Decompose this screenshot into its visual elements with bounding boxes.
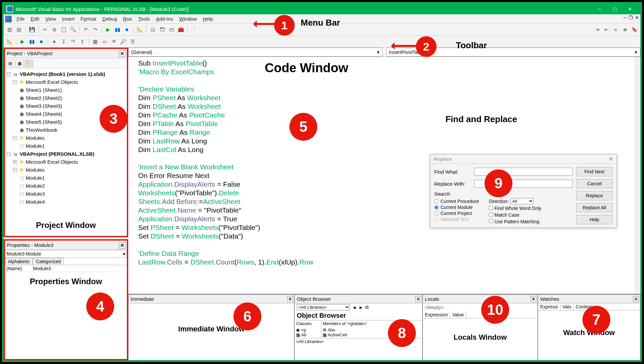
immediate-body[interactable]: Immediate Window xyxy=(129,303,294,360)
find-icon[interactable]: 🔍 xyxy=(69,26,77,34)
view-object-icon[interactable]: ▦ xyxy=(16,60,24,67)
edit-outdent-icon[interactable]: ⇤ xyxy=(602,26,610,34)
radio-current-procedure[interactable] xyxy=(434,199,439,204)
folder-excel-objects-2[interactable]: Microsoft Excel Objects xyxy=(26,158,78,166)
fwd-icon[interactable]: ► xyxy=(359,305,363,310)
replace-button[interactable]: Replace xyxy=(576,191,613,200)
cancel-button[interactable]: Cancel xyxy=(576,179,613,188)
edit-indent-icon[interactable]: ⇥ xyxy=(593,26,601,34)
sheet-item[interactable]: Sheet4 (Sheet4) xyxy=(26,110,62,118)
watch-icon[interactable]: 👁 xyxy=(110,38,118,46)
minimize-button[interactable]: ─ xyxy=(592,4,607,14)
pause-icon[interactable]: ▮▮ xyxy=(28,38,36,46)
mdi-minimize[interactable]: ─ xyxy=(623,15,627,20)
replace-all-button[interactable]: Replace All xyxy=(576,203,613,212)
code-scrollbar[interactable] xyxy=(634,57,640,294)
project-node-personal[interactable]: VBAProject (PERSONAL.XLSB) xyxy=(20,150,94,158)
step-over-icon[interactable]: ↷ xyxy=(69,38,77,46)
folder-modules[interactable]: Modules xyxy=(26,134,45,142)
sheet-item[interactable]: Sheet1 (Sheet1) xyxy=(26,86,62,94)
tab-alphabetic[interactable]: Alphabetic xyxy=(5,258,33,265)
reset-icon[interactable]: ■ xyxy=(123,26,131,34)
close-button[interactable]: ✕ xyxy=(622,4,638,14)
sheet-item[interactable]: Sheet5 (Sheet5) xyxy=(26,118,62,126)
redo-icon[interactable]: ↷ xyxy=(91,26,99,34)
properties-close-button[interactable]: ✕ xyxy=(119,242,126,249)
chk-whole-word[interactable] xyxy=(489,206,493,210)
tab-categorized[interactable]: Categorized xyxy=(33,258,64,265)
thisworkbook-item[interactable]: ThisWorkbook xyxy=(26,126,58,134)
copy-ob-icon[interactable]: ⧉ xyxy=(365,304,369,310)
module-item[interactable]: Module1 xyxy=(26,174,45,182)
help-button[interactable]: Help xyxy=(576,215,613,224)
mdi-restore[interactable]: ❐ xyxy=(629,15,633,20)
find-next-button[interactable]: Find Next xyxy=(576,167,613,176)
folder-modules-2[interactable]: Modules xyxy=(26,166,45,174)
view-excel-icon[interactable]: ▥ xyxy=(6,26,14,34)
sheet-item[interactable]: Sheet2 (Sheet2) xyxy=(26,94,62,102)
watch-col-value[interactable]: Valu xyxy=(560,303,574,310)
module-item[interactable]: Module4 xyxy=(26,198,45,206)
locals-close[interactable]: ✕ xyxy=(530,296,536,302)
properties-object-combo[interactable]: Module3 Module▾ xyxy=(5,250,127,258)
undo-icon[interactable]: ↶ xyxy=(82,26,90,34)
objbrowser-close[interactable]: ✕ xyxy=(415,296,421,302)
copy-icon[interactable]: ⧉ xyxy=(50,26,58,34)
break-icon[interactable]: ▮▮ xyxy=(114,26,122,34)
run2-icon[interactable]: ▶ xyxy=(19,38,27,46)
toolbox-icon[interactable]: 🧰 xyxy=(177,26,185,34)
object-combo[interactable]: (General)▾ xyxy=(128,48,383,57)
menu-help[interactable]: Help xyxy=(200,16,216,22)
run-icon[interactable]: ▶ xyxy=(104,26,112,34)
library-combo[interactable]: <All Libraries> xyxy=(297,304,350,310)
quick-watch-icon[interactable]: 🔎 xyxy=(119,38,127,46)
project-explorer-icon[interactable]: 🗂 xyxy=(149,26,157,34)
module-item[interactable]: Module2 xyxy=(26,182,45,190)
save-icon[interactable]: 💾 xyxy=(28,26,36,34)
stop-icon[interactable]: ■ xyxy=(37,38,45,46)
menu-format[interactable]: Format xyxy=(78,16,100,22)
watches-close[interactable]: ✕ xyxy=(633,296,639,302)
property-row[interactable]: (Name) Module3 xyxy=(5,265,127,272)
object-browser-icon[interactable]: 🗃 xyxy=(167,26,175,34)
menu-run[interactable]: Run xyxy=(120,16,136,22)
locals-icon[interactable]: ▦ xyxy=(91,38,99,46)
back-icon[interactable]: ◄ xyxy=(352,305,357,310)
bookmark-icon[interactable]: 🔖 xyxy=(630,26,638,34)
help-icon[interactable]: ❔ xyxy=(190,26,198,34)
menu-debug[interactable]: Debug xyxy=(99,16,120,22)
sheet-item[interactable]: Sheet3 (Sheet3) xyxy=(26,102,62,110)
mdi-system-icon[interactable] xyxy=(5,16,12,22)
menu-edit[interactable]: Edit xyxy=(28,16,42,22)
properties-icon[interactable]: 🗔 xyxy=(158,26,166,34)
watch-col-expr[interactable]: Expressi xyxy=(538,303,560,310)
direction-combo[interactable]: All xyxy=(510,198,534,204)
radio-current-project[interactable] xyxy=(434,211,439,216)
menu-insert[interactable]: Insert xyxy=(59,16,78,22)
paste-icon[interactable]: 📋 xyxy=(60,26,68,34)
locals-col-value[interactable]: Value xyxy=(450,311,466,318)
module-item[interactable]: Module1 xyxy=(26,142,45,150)
edit-uncomment-icon[interactable]: ≢ xyxy=(621,26,629,34)
property-value[interactable]: Module3 xyxy=(32,265,127,272)
menu-addins[interactable]: Add-Ins xyxy=(153,16,176,22)
toggle-breakpoint-icon[interactable]: ● xyxy=(50,38,58,46)
insert-module-icon[interactable]: ▤ xyxy=(15,26,23,34)
immediate-icon[interactable]: ▭ xyxy=(101,38,109,46)
chk-match-case[interactable] xyxy=(489,212,493,217)
cut-icon[interactable]: ✂ xyxy=(41,26,49,34)
menu-file[interactable]: File xyxy=(14,16,28,22)
toggle-folders-icon[interactable]: 📁 xyxy=(25,60,33,67)
project-tree[interactable]: −🗂VBAProject (Book1 (version 1).xlsb) −📁… xyxy=(5,69,127,216)
step-out-icon[interactable]: ↥ xyxy=(78,38,86,46)
folder-excel-objects[interactable]: Microsoft Excel Objects xyxy=(26,78,78,86)
radio-current-module[interactable] xyxy=(434,205,439,210)
project-node-book1[interactable]: VBAProject (Book1 (version 1).xlsb) xyxy=(20,70,105,78)
view-code-icon[interactable]: ▤ xyxy=(6,60,14,67)
replace-close[interactable]: ✕ xyxy=(608,155,613,163)
call-stack-icon[interactable]: ☰ xyxy=(129,38,137,46)
module-item[interactable]: Module3 xyxy=(26,190,45,198)
design-mode-icon[interactable]: 📐 xyxy=(136,26,144,34)
immediate-close[interactable]: ✕ xyxy=(287,296,293,302)
design-icon[interactable]: 📐 xyxy=(6,38,14,46)
